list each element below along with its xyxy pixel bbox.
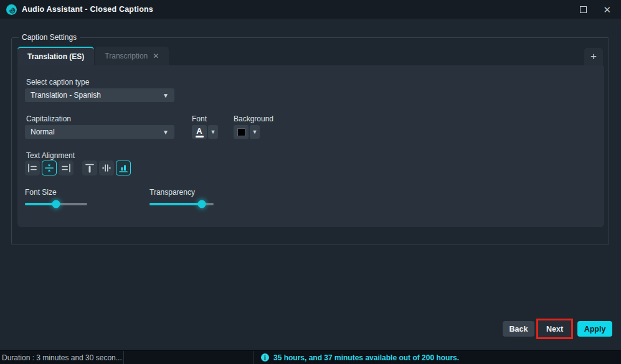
capitalization-dropdown[interactable]: Normal ▼ <box>25 125 174 139</box>
info-icon: i <box>261 353 269 362</box>
transparency-slider-handle[interactable] <box>198 200 206 208</box>
tab-translation-es[interactable]: Translation (ES) <box>17 47 94 65</box>
plus-icon: + <box>590 50 597 63</box>
duration-status: Duration : 3 minutes and 30 secon... <box>0 353 123 362</box>
tab-transcription-label: Transcription <box>105 52 148 60</box>
capitalization-label: Capitalization <box>26 114 71 123</box>
background-dropdown-button[interactable]: ▼ <box>250 125 260 139</box>
title-bar: Audio Assistant - Closed Captions ✕ <box>0 0 621 19</box>
align-center-vertical-icon <box>101 162 112 174</box>
status-bar: Duration : 3 minutes and 30 secon... i 3… <box>0 350 621 364</box>
window-title: Audio Assistant - Closed Captions <box>22 5 153 14</box>
align-right-button[interactable] <box>59 161 73 175</box>
font-size-slider[interactable] <box>25 200 87 208</box>
tab-close-icon[interactable]: ✕ <box>153 52 159 60</box>
maximize-icon[interactable] <box>580 6 587 13</box>
font-label: Font <box>192 114 207 123</box>
caption-type-value: Translation - Spanish <box>31 91 101 100</box>
align-center-horizontal-button[interactable] <box>42 161 57 175</box>
align-top-icon <box>84 162 95 174</box>
tab-strip: Translation (ES) Transcription ✕ + <box>17 47 603 65</box>
tab-transcription[interactable]: Transcription ✕ <box>95 47 169 65</box>
text-alignment-label: Text Alignment <box>26 151 75 160</box>
quota-status: i 35 hours, and 37 minutes available out… <box>254 353 621 362</box>
apply-button[interactable]: Apply <box>577 321 612 337</box>
align-center-vertical-button[interactable] <box>99 161 114 175</box>
app-window: { "window": { "title": "Audio Assistant … <box>0 0 621 364</box>
tab-content-panel: Select caption type Translation - Spanis… <box>17 65 604 227</box>
align-left-icon <box>27 162 38 174</box>
transparency-label: Transparency <box>149 188 195 197</box>
align-center-horizontal-icon <box>44 162 55 174</box>
quota-text: 35 hours, and 37 minutes available out o… <box>273 353 459 362</box>
font-size-slider-handle[interactable] <box>52 200 60 208</box>
font-size-label: Font Size <box>25 188 57 197</box>
next-button[interactable]: Next <box>538 320 571 337</box>
background-label: Background <box>234 114 273 123</box>
font-a-icon: A <box>196 128 202 135</box>
align-right-icon <box>60 162 72 174</box>
align-left-button[interactable] <box>25 161 40 175</box>
caption-settings-legend: Caption Settings <box>19 33 80 42</box>
align-top-button[interactable] <box>82 161 97 175</box>
background-color-button[interactable] <box>234 125 249 139</box>
close-icon[interactable]: ✕ <box>603 5 611 14</box>
chevron-down-icon: ▼ <box>163 92 169 99</box>
caption-type-dropdown[interactable]: Translation - Spanish ▼ <box>25 88 174 102</box>
add-tab-button[interactable]: + <box>584 48 603 65</box>
capitalization-value: Normal <box>31 128 55 136</box>
next-button-highlight: Next <box>536 319 573 339</box>
caption-settings-group: Caption Settings Translation (ES) Transc… <box>11 37 609 245</box>
chevron-down-icon: ▼ <box>211 129 216 135</box>
chevron-down-icon: ▼ <box>163 129 169 136</box>
align-bottom-icon <box>118 162 129 174</box>
background-swatch <box>237 128 245 136</box>
align-bottom-button[interactable] <box>116 161 131 175</box>
app-logo-icon <box>6 4 17 15</box>
font-color-button[interactable]: A <box>192 125 207 139</box>
chevron-down-icon: ▼ <box>252 129 258 135</box>
font-dropdown-button[interactable]: ▼ <box>208 125 218 139</box>
caption-type-label: Select caption type <box>26 78 89 86</box>
back-button[interactable]: Back <box>503 321 534 337</box>
tab-translation-es-label: Translation (ES) <box>27 52 84 61</box>
transparency-slider[interactable] <box>149 200 214 208</box>
